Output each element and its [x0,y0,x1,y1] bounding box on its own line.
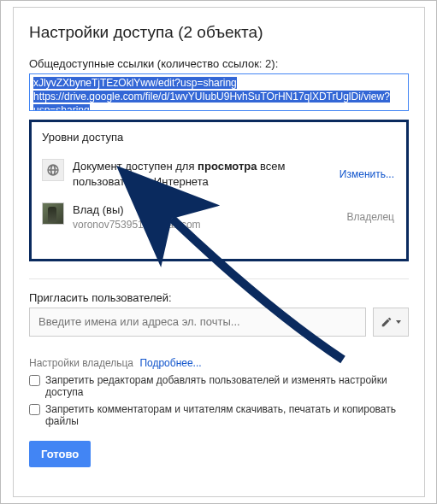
access-public-text: Документ доступен для просмотра всем пол… [73,159,331,189]
public-links-textarea[interactable]: xJlyvZXbyneTjTEzOklYww/edit?usp=sharing … [29,73,409,111]
checkbox-row-1[interactable]: Запретить редакторам добавлять пользоват… [29,374,409,398]
invite-label: Пригласить пользователей: [29,291,409,304]
owner-name: Влад (вы) [73,202,338,218]
chevron-down-icon [396,320,401,324]
checkbox-label-2: Запретить комментаторам и читателям скач… [45,403,409,427]
link-text-1: xJlyvZXbyneTjTEzOklYww/edit?usp=sharing [33,77,237,89]
owner-settings: Настройки владельца Подробнее... Запрети… [29,357,409,427]
owner-settings-label: Настройки владельца [29,357,133,369]
owner-settings-more-link[interactable]: Подробнее... [139,357,201,369]
access-row-public: Документ доступен для просмотра всем пол… [42,152,396,196]
divider [29,278,409,279]
window-frame: Настройки доступа (2 объекта) Общедоступ… [0,0,437,504]
owner-text: Влад (вы) voronov753951@gmail.com [73,202,338,231]
owner-role: Владелец [346,211,394,223]
invite-input[interactable] [29,308,366,337]
checkbox-label-1: Запретить редакторам добавлять пользоват… [45,374,409,398]
avatar [42,202,64,225]
permission-dropdown-button[interactable] [373,308,409,337]
public-links-label: Общедоступные ссылки (количество ссылок:… [29,57,409,70]
globe-icon [42,159,64,181]
checkbox-prevent-download[interactable] [29,404,40,415]
access-row-owner: Влад (вы) voronov753951@gmail.com Владел… [42,196,396,238]
dialog-title: Настройки доступа (2 объекта) [29,23,409,42]
link-text-3: usp=sharing [33,104,90,111]
owner-email: voronov753951@gmail.com [73,218,338,231]
access-public-bold: просмотра [198,160,257,173]
invite-row [29,308,409,337]
checkbox-prevent-editors[interactable] [29,375,40,386]
done-button[interactable]: Готово [29,441,91,467]
checkbox-row-2[interactable]: Запретить комментаторам и читателям скач… [29,403,409,427]
share-dialog: Настройки доступа (2 объекта) Общедоступ… [13,7,425,497]
access-public-prefix: Документ доступен для [73,160,198,173]
access-levels-title: Уровни доступа [42,131,396,144]
access-levels-panel: Уровни доступа Документ доступен для про… [29,120,409,261]
pencil-icon [381,316,393,328]
link-text-2: https://drive.google.com/file/d/1wvYUIub… [33,91,390,103]
change-access-link[interactable]: Изменить... [340,168,394,180]
